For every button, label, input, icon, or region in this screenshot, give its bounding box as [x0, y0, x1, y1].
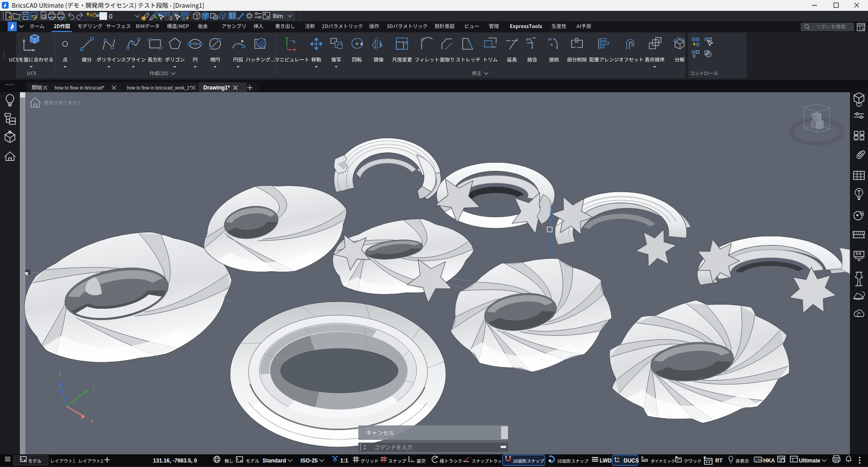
- svg-text:1:1: 1:1: [340, 458, 348, 464]
- svg-text:131.16, -7983.5, 0: 131.16, -7983.5, 0: [153, 458, 197, 464]
- svg-text:Bim: Bim: [273, 13, 283, 19]
- svg-text:how to flow in bricscad*: how to flow in bricscad*: [55, 85, 104, 90]
- svg-text:LWD: LWD: [600, 458, 612, 464]
- svg-text:RT: RT: [715, 458, 723, 464]
- svg-text:Ultimate: Ultimate: [799, 458, 821, 464]
- svg-text:Drawing1*: Drawing1*: [203, 85, 230, 91]
- svg-text:CTRL: CTRL: [755, 458, 763, 462]
- svg-text:HKA: HKA: [763, 458, 775, 464]
- svg-text:0: 0: [109, 13, 113, 20]
- svg-text:DUCS: DUCS: [624, 458, 639, 464]
- svg-text:how to flow in bricscad_work_1: how to flow in bricscad_work_1*: [127, 85, 191, 90]
- svg-text:ISO-25: ISO-25: [300, 458, 318, 464]
- svg-text:Standard: Standard: [263, 458, 286, 464]
